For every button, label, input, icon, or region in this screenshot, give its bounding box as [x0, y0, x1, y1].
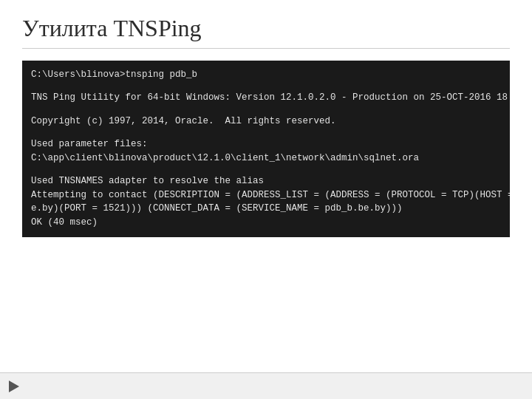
- terminal-line: Attempting to contact (DESCRIPTION = (AD…: [31, 188, 501, 202]
- terminal-box: C:\Users\blinova>tnsping pdb_b TNS Ping …: [22, 61, 510, 237]
- terminal-line: OK (40 msec): [31, 216, 501, 230]
- page-title: Утилита TNSPing: [22, 15, 510, 49]
- terminal-line: Used parameter files:: [31, 137, 501, 151]
- terminal-line: Copyright (c) 1997, 2014, Oracle. All ri…: [31, 115, 501, 129]
- terminal-line: C:\Users\blinova>tnsping pdb_b: [31, 68, 501, 82]
- terminal-line: C:\app\client\blinova\product\12.1.0\cli…: [31, 151, 501, 166]
- terminal-line: TNS Ping Utility for 64-bit Windows: Ver…: [31, 91, 501, 105]
- terminal-line: [31, 105, 501, 115]
- terminal-line: e.by)(PORT = 1521))) (CONNECT_DATA = (SE…: [31, 202, 501, 216]
- play-button[interactable]: [9, 381, 19, 392]
- terminal-line: [31, 128, 501, 137]
- terminal-line: [31, 165, 501, 174]
- terminal-line: [31, 82, 501, 92]
- bottom-bar: [0, 372, 532, 399]
- terminal-line: Used TNSNAMES adapter to resolve the ali…: [31, 174, 501, 188]
- page-container: Утилита TNSPing C:\Users\blinova>tnsping…: [0, 0, 532, 399]
